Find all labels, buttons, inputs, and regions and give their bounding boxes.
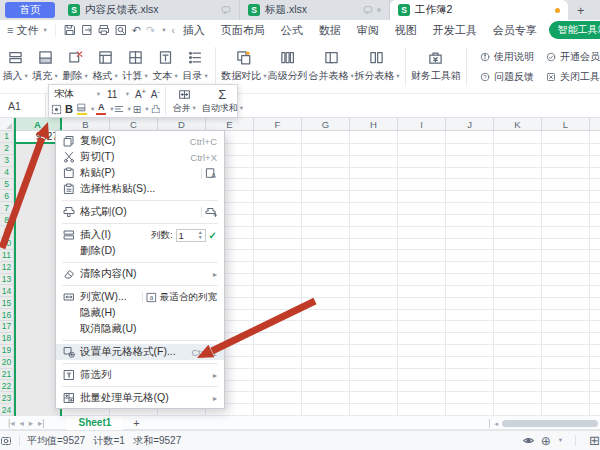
cell-H2[interactable] (350, 144, 398, 156)
cell-F8[interactable] (254, 215, 302, 227)
menu-item-会员专享[interactable]: 会员专享 (493, 23, 537, 38)
cell-K6[interactable] (494, 191, 542, 203)
context-menu-item[interactable]: 清除内容(N)▸ (56, 266, 224, 282)
cell-F9[interactable] (254, 227, 302, 239)
sheet-tab-active[interactable]: Sheet1 (67, 416, 124, 430)
cell-H3[interactable] (350, 156, 398, 168)
cell-K2[interactable] (494, 144, 542, 156)
cell-F7[interactable] (254, 203, 302, 215)
cell-L11[interactable] (542, 250, 590, 262)
cell-L21[interactable] (542, 369, 590, 381)
cell-I15[interactable] (398, 298, 446, 310)
cell-G13[interactable] (302, 274, 350, 286)
menu-item-公式[interactable]: 公式 (281, 23, 303, 38)
cell-H23[interactable] (350, 392, 398, 404)
cell-J1[interactable] (446, 131, 494, 144)
cell-J16[interactable] (446, 310, 494, 322)
cell-K10[interactable] (494, 239, 542, 251)
cell-I19[interactable] (398, 345, 446, 357)
cell-H6[interactable] (350, 191, 398, 203)
cell-K15[interactable] (494, 298, 542, 310)
column-header-B[interactable]: B (62, 118, 110, 130)
cell-K16[interactable] (494, 310, 542, 322)
comment-bubble-icon[interactable] (363, 5, 373, 15)
cell-G16[interactable] (302, 310, 350, 322)
spinner-arrows-icon[interactable]: ▲▼ (198, 230, 203, 240)
select-all-corner[interactable] (0, 118, 14, 130)
cell-J8[interactable] (446, 215, 494, 227)
cell-I20[interactable] (398, 357, 446, 369)
cell-J18[interactable] (446, 333, 494, 345)
context-menu-item[interactable]: 批量处理单元格(Q)▸ (56, 390, 224, 406)
cell-I10[interactable] (398, 239, 446, 251)
cell-I24[interactable] (398, 404, 446, 416)
row-header-24[interactable]: 24 (0, 404, 14, 416)
cell-H7[interactable] (350, 203, 398, 215)
cell-I21[interactable] (398, 369, 446, 381)
cell-F18[interactable] (254, 333, 302, 345)
row-header-23[interactable]: 23 (0, 392, 14, 404)
ribbon-button-财务工具箱[interactable]: 财务工具箱 (411, 40, 461, 93)
cell-I7[interactable] (398, 203, 446, 215)
cell-H14[interactable] (350, 286, 398, 298)
cell-H9[interactable] (350, 227, 398, 239)
context-menu-item[interactable]: 格式刷(O) (56, 204, 224, 220)
cell-I2[interactable] (398, 144, 446, 156)
cell-H22[interactable] (350, 381, 398, 393)
context-menu-item[interactable]: 删除(D) (56, 243, 224, 259)
cell-F15[interactable] (254, 298, 302, 310)
cell-H10[interactable] (350, 239, 398, 251)
cell-I9[interactable] (398, 227, 446, 239)
link-开通会员[interactable]: 开通会员 (546, 50, 600, 64)
menu-item-数据[interactable]: 数据 (319, 23, 341, 38)
cell-L5[interactable] (542, 179, 590, 191)
cell-K21[interactable] (494, 369, 542, 381)
borders-button[interactable]: ⊞ (133, 104, 141, 115)
comment-bubble-icon[interactable] (221, 5, 231, 15)
smart-toolbox-tab[interactable]: 智能工具箱 (549, 21, 600, 39)
cell-H24[interactable] (350, 404, 398, 416)
row-header-10[interactable]: 10 (0, 238, 14, 250)
ribbon-button-合并表格[interactable]: 合并表格▾ (308, 40, 354, 93)
row-header-13[interactable]: 13 (0, 274, 14, 286)
cell-H18[interactable] (350, 333, 398, 345)
cell-F16[interactable] (254, 310, 302, 322)
cell-G10[interactable] (302, 239, 350, 251)
menu-item-开发工具[interactable]: 开发工具 (433, 23, 477, 38)
context-menu-item[interactable]: 隐藏(H) (56, 305, 224, 321)
row-header-11[interactable]: 11 (0, 250, 14, 262)
cell-K18[interactable] (494, 333, 542, 345)
context-menu-item[interactable]: 设置单元格格式(F)...Ctrl+1 (56, 344, 224, 360)
row-header-21[interactable]: 21 (0, 369, 14, 381)
context-menu-item[interactable]: 筛选列▸ (56, 367, 224, 383)
column-header-J[interactable]: J (446, 118, 494, 130)
cell-J20[interactable] (446, 357, 494, 369)
menu-item-视图[interactable]: 视图 (395, 23, 417, 38)
preview-icon[interactable] (115, 24, 127, 36)
row-header-2[interactable]: 2 (0, 143, 14, 155)
menu-item-审阅[interactable]: 审阅 (357, 23, 379, 38)
cell-L10[interactable] (542, 239, 590, 251)
cell-G22[interactable] (302, 381, 350, 393)
increase-font-size-button[interactable]: A+ (135, 88, 146, 100)
cell-L19[interactable] (542, 345, 590, 357)
cell-K7[interactable] (494, 203, 542, 215)
cell-L14[interactable] (542, 286, 590, 298)
scroll-left-arrow[interactable]: ◂ (494, 420, 498, 428)
cell-G1[interactable] (302, 131, 350, 144)
cell-J13[interactable] (446, 274, 494, 286)
link-问题反馈[interactable]: ?问题反馈 (480, 70, 534, 84)
cell-F23[interactable] (254, 392, 302, 404)
cell-L18[interactable] (542, 333, 590, 345)
move-tool-icon[interactable]: ⊕ (541, 434, 551, 448)
cell-K11[interactable] (494, 250, 542, 262)
select-range-icon[interactable] (51, 104, 62, 115)
merge-cells-button[interactable]: 合并▾ (169, 86, 198, 116)
cell-I1[interactable] (398, 131, 446, 144)
cell-I18[interactable] (398, 333, 446, 345)
cell-L24[interactable] (542, 404, 590, 416)
cell-L20[interactable] (542, 357, 590, 369)
cell-J5[interactable] (446, 179, 494, 191)
context-menu-item[interactable]: 取消隐藏(U) (56, 321, 224, 337)
add-sheet-button[interactable]: + (133, 417, 139, 429)
